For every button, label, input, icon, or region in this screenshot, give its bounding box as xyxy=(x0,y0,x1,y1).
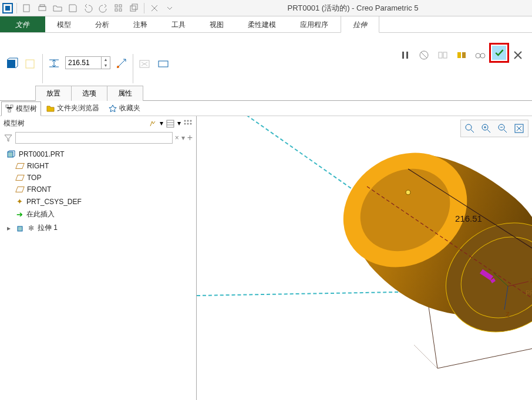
svg-rect-1 xyxy=(39,6,46,11)
tab-tools[interactable]: 工具 xyxy=(160,16,198,32)
svg-rect-15 xyxy=(406,52,408,59)
tree-top[interactable]: TOP xyxy=(5,172,191,184)
feature-icon xyxy=(16,224,25,232)
cancel-button[interactable] xyxy=(510,47,526,63)
surface-icon[interactable] xyxy=(23,56,39,72)
tree-top-label: TOP xyxy=(27,174,41,182)
svg-rect-13 xyxy=(159,61,168,67)
tool-settings-icon[interactable] xyxy=(148,119,157,128)
graphics-viewport[interactable]: X Z PRT_CSYS_DEF 216.51 xyxy=(197,116,532,400)
close-win-icon[interactable] xyxy=(148,2,161,15)
window-title: PRT0001 (活动的) - Creo Parametric 5 xyxy=(176,3,530,13)
tree-csys[interactable]: ✦PRT_CSYS_DEF xyxy=(5,195,191,208)
expand-icon[interactable]: ▸ xyxy=(7,224,13,232)
undo-icon[interactable] xyxy=(82,2,95,15)
search-dropdown-icon[interactable]: ▾ xyxy=(181,134,185,142)
subtab-options[interactable]: 选项 xyxy=(71,86,107,101)
svg-rect-20 xyxy=(462,52,466,58)
svg-rect-14 xyxy=(402,52,404,59)
redo-icon[interactable] xyxy=(97,2,110,15)
glasses-icon[interactable] xyxy=(472,47,489,63)
svg-point-29 xyxy=(190,120,192,121)
navigator-tabs: 模型树 文件夹浏览器 收藏夹 xyxy=(0,101,532,116)
subtab-props[interactable]: 属性 xyxy=(107,86,143,101)
navtab-modeltree[interactable]: 模型树 xyxy=(1,101,41,116)
svg-point-11 xyxy=(117,66,119,68)
datum-icon xyxy=(15,175,25,181)
subtab-place[interactable]: 放置 xyxy=(35,86,72,101)
svg-point-27 xyxy=(184,120,186,121)
part-icon xyxy=(7,150,15,158)
tool-dropdown-icon[interactable]: ▾ xyxy=(160,119,163,128)
svg-rect-25 xyxy=(8,110,11,112)
ref2-icon[interactable] xyxy=(453,47,470,63)
ribbon-right-actions xyxy=(397,33,532,100)
separator xyxy=(42,54,43,83)
depth-type-icon[interactable] xyxy=(46,56,62,72)
tab-extrude[interactable]: 拉伸 xyxy=(341,16,379,33)
depth-field[interactable] xyxy=(66,57,101,69)
svg-rect-2 xyxy=(40,5,45,6)
depth-spinner[interactable]: ▲▼ xyxy=(101,57,110,69)
tree-extrude[interactable]: ▸ ✻ 拉伸 1 xyxy=(5,221,191,235)
depth-input[interactable]: ▲▼ xyxy=(65,56,110,69)
no-preview-icon[interactable] xyxy=(416,47,432,63)
svg-rect-18 xyxy=(443,52,447,58)
flip-icon[interactable] xyxy=(114,56,129,72)
tab-analysis[interactable]: 分析 xyxy=(83,16,122,32)
add-filter-icon[interactable]: + xyxy=(187,133,193,143)
separator xyxy=(16,3,17,13)
tree-right[interactable]: RIGHT xyxy=(5,160,191,172)
regen-icon[interactable] xyxy=(112,2,125,15)
z-axis-label: Z xyxy=(506,311,510,318)
svg-point-32 xyxy=(190,123,192,124)
app-logo-icon[interactable] xyxy=(2,3,13,13)
navtab-folders[interactable]: 文件夹浏览器 xyxy=(42,101,103,116)
svg-rect-17 xyxy=(439,52,442,58)
svg-point-28 xyxy=(187,120,189,121)
tree-front-label: FRONT xyxy=(27,185,51,194)
tool-dropdown2-icon[interactable]: ▾ xyxy=(177,119,181,128)
tree-insert[interactable]: ➔在此插入 xyxy=(5,208,191,221)
tab-flex[interactable]: 柔性建模 xyxy=(236,16,288,32)
csys-label: PRT_CSYS_DEF xyxy=(526,289,532,296)
print-icon[interactable] xyxy=(36,2,49,15)
open-icon[interactable] xyxy=(51,2,64,15)
tree-root[interactable]: PRT0001.PRT xyxy=(5,148,191,160)
navtab-modeltree-label: 模型树 xyxy=(16,104,37,114)
tree-search-input[interactable] xyxy=(15,132,173,144)
tree-filter-row: × ▾ + xyxy=(0,131,196,145)
tab-annotate[interactable]: 注释 xyxy=(122,16,160,32)
solid-icon[interactable] xyxy=(5,56,20,72)
new-icon[interactable] xyxy=(21,2,33,15)
clear-search-icon[interactable]: × xyxy=(175,134,179,142)
svg-rect-10 xyxy=(26,60,34,68)
pause-icon[interactable] xyxy=(397,47,413,63)
tool-more-icon[interactable] xyxy=(183,119,193,128)
tool-show-icon[interactable] xyxy=(166,119,175,128)
thicken-icon[interactable] xyxy=(156,56,171,72)
ok-button[interactable] xyxy=(491,45,507,61)
svg-rect-23 xyxy=(6,105,8,107)
ref1-icon[interactable] xyxy=(435,47,451,63)
windows-icon[interactable] xyxy=(127,2,140,15)
main-area: 模型树 ▾ ▾ × ▾ + PRT0001.PRT RIGHT TOP FRON… xyxy=(0,116,532,400)
tab-model[interactable]: 模型 xyxy=(45,16,83,32)
ribbon-tabs: 文件 模型 分析 注释 工具 视图 柔性建模 应用程序 拉伸 xyxy=(0,16,532,33)
model-geometry: X Z PRT_CSYS_DEF 216.51 xyxy=(273,134,532,400)
navtab-fav[interactable]: 收藏夹 xyxy=(105,101,144,116)
remove-mat-icon[interactable] xyxy=(137,56,152,72)
save-icon[interactable] xyxy=(66,2,79,15)
svg-rect-4 xyxy=(119,5,122,7)
tab-view[interactable]: 视图 xyxy=(198,16,236,32)
tree-front[interactable]: FRONT xyxy=(5,184,191,195)
tab-file[interactable]: 文件 xyxy=(0,16,45,32)
csys-icon: ✦ xyxy=(16,197,23,206)
insert-arrow-icon: ➔ xyxy=(16,210,23,219)
filter-icon[interactable] xyxy=(4,133,13,143)
svg-point-22 xyxy=(480,53,485,58)
svg-rect-19 xyxy=(457,52,461,58)
tab-app[interactable]: 应用程序 xyxy=(288,16,341,32)
svg-rect-3 xyxy=(115,5,117,7)
qat-dropdown-icon[interactable] xyxy=(163,2,176,15)
